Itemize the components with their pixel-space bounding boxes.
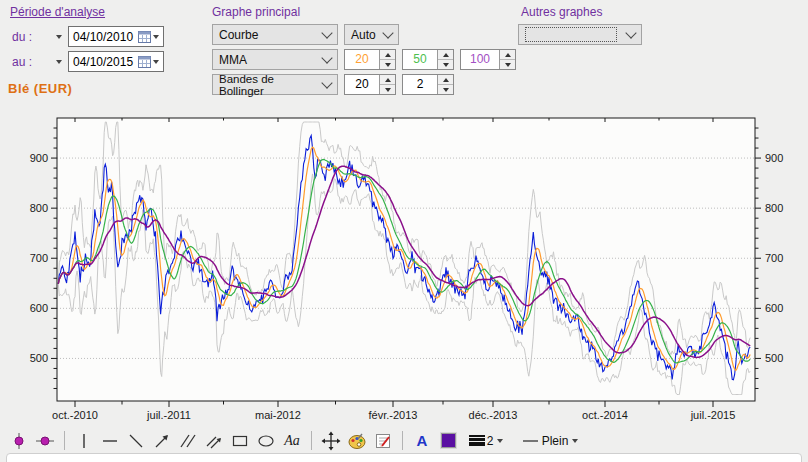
overlay1-select[interactable]: MMA — [212, 49, 338, 70]
horizontal-line-icon — [100, 431, 120, 451]
vertical-line-icon — [75, 431, 93, 451]
x-axis-label: mai-2012 — [255, 409, 301, 421]
move-icon — [321, 431, 341, 451]
chevron-down-icon — [56, 60, 62, 64]
date-from-field[interactable]: 04/10/2010 — [68, 26, 164, 47]
spin-up-button[interactable] — [380, 75, 395, 84]
chart-style-select[interactable]: Courbe — [212, 24, 338, 45]
date-to-field[interactable]: 04/10/2015 — [68, 51, 164, 72]
period-panel-title: Période d'analyse — [10, 5, 105, 19]
mma3-period-spinner[interactable]: 100 — [460, 49, 516, 70]
price-chart[interactable]: 500500600600700700800800900900oct.-2010j… — [0, 100, 808, 434]
horizontal-marker-tool-button[interactable] — [34, 431, 56, 451]
chevron-down-icon — [572, 439, 578, 443]
chevron-down-icon — [625, 27, 636, 38]
vertical-line-tool-button[interactable] — [73, 431, 95, 451]
mma2-period-spinner[interactable]: 50 — [402, 49, 454, 70]
line-width-select[interactable]: 2 — [463, 431, 509, 451]
date-to-preset-dropdown[interactable] — [50, 53, 65, 70]
chart-style-value: Courbe — [219, 28, 258, 42]
calendar-dropdown-icon[interactable] — [153, 60, 159, 64]
date-from-preset-dropdown[interactable] — [50, 28, 65, 45]
mma1-period-spinner[interactable]: 20 — [344, 49, 396, 70]
spin-up-button[interactable] — [500, 50, 515, 59]
arrow-up-right-icon — [152, 431, 172, 451]
spin-down-button[interactable] — [380, 59, 395, 69]
ellipse-tool-button[interactable] — [255, 431, 277, 451]
line-width-value: 2 — [487, 434, 494, 448]
font-color-tool-button[interactable]: A — [411, 431, 433, 451]
bollinger-deviation-spinner[interactable]: 2 — [402, 74, 454, 95]
app-window: { "period_panel": { "title": "Période d'… — [0, 0, 808, 462]
chevron-down-icon — [321, 52, 332, 63]
scale-mode-value: Auto — [351, 28, 376, 42]
graph-panel-title: Graphe principal — [212, 5, 300, 19]
line-style-icon — [522, 431, 540, 451]
overlay2-select[interactable]: Bandes de Bollinger — [212, 74, 338, 95]
chevron-down-icon — [382, 27, 393, 38]
y-axis-label-right: 700 — [765, 252, 783, 264]
calendar-dropdown-icon[interactable] — [153, 35, 159, 39]
line-width-icon — [469, 435, 485, 446]
x-axis-label: févr.-2013 — [369, 409, 418, 421]
drawing-toolbar: Aa A 2 Plein — [8, 429, 587, 452]
x-axis-label: juil.-2011 — [146, 409, 191, 421]
status-strip — [6, 453, 802, 462]
bollinger-period-spinner[interactable]: 20 — [344, 74, 396, 95]
vertical-marker-icon — [9, 431, 29, 451]
mma3-period-value: 100 — [461, 50, 499, 69]
spin-down-button[interactable] — [500, 59, 515, 69]
mma1-period-value: 20 — [345, 50, 379, 69]
spin-up-button[interactable] — [380, 50, 395, 59]
calendar-icon — [138, 56, 151, 68]
font-tool-icon: A — [417, 432, 428, 449]
vertical-marker-tool-button[interactable] — [8, 431, 30, 451]
spin-down-button[interactable] — [438, 84, 453, 94]
line-style-select[interactable]: Plein — [513, 431, 587, 451]
spin-up-button[interactable] — [438, 50, 453, 59]
chevron-down-icon — [321, 77, 332, 88]
edit-note-icon — [373, 431, 393, 451]
text-tool-button[interactable]: Aa — [281, 431, 303, 451]
x-axis-label: oct.-2010 — [52, 409, 98, 421]
bollinger-deviation-value: 2 — [403, 75, 437, 94]
toolbar-separator — [402, 431, 403, 450]
spin-down-button[interactable] — [380, 84, 395, 94]
y-axis-label-right: 500 — [765, 352, 783, 364]
toolbar-separator — [311, 431, 312, 450]
horizontal-line-tool-button[interactable] — [99, 431, 121, 451]
other-graphs-select[interactable] — [518, 24, 642, 45]
palette-icon — [347, 431, 367, 451]
overlay1-value: MMA — [219, 53, 247, 67]
parallel-arrow-tool-button[interactable] — [203, 431, 225, 451]
line-style-value: Plein — [542, 434, 569, 448]
overlay2-value: Bandes de Bollinger — [219, 73, 317, 97]
date-from-value: 04/10/2010 — [73, 30, 138, 44]
edit-note-tool-button[interactable] — [372, 431, 394, 451]
spin-down-button[interactable] — [438, 59, 453, 69]
color-swatch-button[interactable] — [437, 431, 459, 451]
chevron-down-icon — [321, 27, 332, 38]
mma2-period-value: 50 — [403, 50, 437, 69]
x-axis-label: juil.-2015 — [690, 409, 736, 421]
ellipse-icon — [256, 431, 276, 451]
toolbar-separator — [64, 431, 65, 450]
y-axis-label-right: 900 — [765, 152, 783, 164]
palette-tool-button[interactable] — [346, 431, 368, 451]
y-axis-label-right: 800 — [765, 202, 783, 214]
scale-mode-select[interactable]: Auto — [344, 24, 399, 45]
y-axis-label-right: 600 — [765, 302, 783, 314]
color-swatch-icon — [441, 433, 456, 448]
x-axis-label: oct.-2014 — [582, 409, 628, 421]
arrow-tool-button[interactable] — [151, 431, 173, 451]
parallel-lines-tool-button[interactable] — [177, 431, 199, 451]
y-axis-label-left: 500 — [30, 352, 48, 364]
rectangle-tool-button[interactable] — [229, 431, 251, 451]
parallel-arrow-icon — [204, 431, 224, 451]
spin-up-button[interactable] — [438, 75, 453, 84]
focus-rect — [525, 27, 617, 42]
diagonal-line-tool-button[interactable] — [125, 431, 147, 451]
instrument-title: Blé (EUR) — [8, 81, 72, 96]
move-tool-button[interactable] — [320, 431, 342, 451]
chevron-down-icon — [497, 439, 503, 443]
